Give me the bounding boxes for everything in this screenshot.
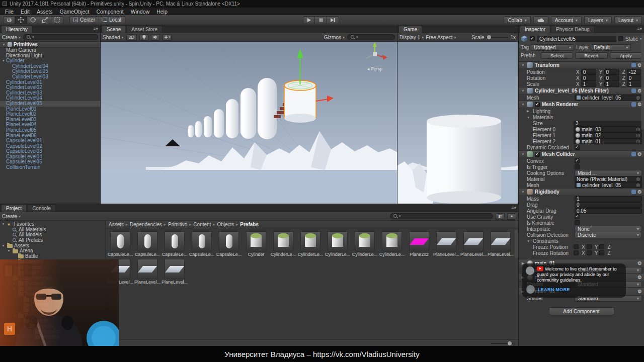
- asset-item[interactable]: CapsuleLe...: [215, 230, 243, 258]
- hierarchy-item[interactable]: Main Camera: [0, 48, 100, 53]
- play-button[interactable]: [303, 16, 315, 24]
- foldout-icon[interactable]: ▼: [1, 243, 6, 249]
- foldout-open-icon[interactable]: ▼: [2, 43, 6, 46]
- material-object-field[interactable]: main_02: [574, 132, 642, 138]
- is-kinematic-checkbox[interactable]: [575, 220, 580, 225]
- menu-component[interactable]: Component: [93, 9, 127, 15]
- project-tree-item[interactable]: ▼Assets: [0, 243, 105, 249]
- docs-icon[interactable]: [631, 102, 636, 107]
- asset-item[interactable]: CapsuleLe...: [188, 230, 215, 258]
- tag-dropdown[interactable]: Untagged: [531, 44, 574, 51]
- account-dropdown[interactable]: Account▾: [551, 16, 582, 24]
- materials-foldout[interactable]: ▼ Materials: [519, 114, 644, 120]
- hierarchy-item[interactable]: PlaneLevel05: [0, 128, 100, 133]
- asset-item[interactable]: CylinderLe...: [297, 230, 324, 258]
- search-by-type-button[interactable]: ◧: [496, 213, 505, 220]
- docs-icon[interactable]: [631, 152, 636, 156]
- freeze-rotation-z-checkbox[interactable]: [599, 250, 604, 255]
- project-tree-item[interactable]: All Prefabs: [0, 238, 105, 243]
- hierarchy-item[interactable]: CylinderLevel05: [0, 101, 100, 107]
- physic-material-field[interactable]: None (Physic Material): [575, 176, 642, 182]
- freeze-position-y-checkbox[interactable]: [587, 244, 592, 249]
- tab-game[interactable]: Game: [398, 25, 422, 33]
- tab-asset-store[interactable]: Asset Store: [126, 25, 163, 33]
- asset-item[interactable]: CapsuleLe...: [161, 230, 188, 258]
- breadcrumb-item[interactable]: Objects: [217, 222, 234, 227]
- inspector-scrollbar[interactable]: [641, 34, 644, 130]
- docs-icon[interactable]: [631, 88, 636, 93]
- gizmos-dropdown[interactable]: Gizmos▾: [324, 35, 345, 40]
- asset-item[interactable]: CylinderLe...: [351, 230, 378, 258]
- gear-icon[interactable]: ⚙: [637, 261, 642, 266]
- tab-scene[interactable]: Scene: [102, 25, 126, 33]
- material-object-field[interactable]: main_03: [574, 126, 642, 132]
- mesh-object-field[interactable]: cylinder_level_05: [575, 95, 642, 101]
- pause-button[interactable]: [315, 16, 327, 24]
- layout-dropdown[interactable]: Layout▾: [614, 16, 642, 24]
- move-tool-button[interactable]: [15, 16, 27, 24]
- panel-menu-icon[interactable]: ≡▾: [511, 205, 516, 210]
- search-by-label-button[interactable]: ✦: [507, 213, 516, 220]
- project-tree-item[interactable]: All Models: [0, 232, 105, 238]
- component-enabled-checkbox[interactable]: [535, 102, 540, 107]
- foldout-icon[interactable]: ▼: [7, 248, 11, 254]
- gear-icon[interactable]: ⚙: [637, 190, 642, 195]
- menu-gameobject[interactable]: GameObject: [56, 9, 93, 15]
- scene-audio-toggle[interactable]: [151, 34, 160, 41]
- scene-search-input[interactable]: ▾: [347, 34, 395, 40]
- hierarchy-search-input[interactable]: ▾: [23, 34, 98, 40]
- freeze-position-z-checkbox[interactable]: [599, 244, 604, 249]
- freeze-position-x-checkbox[interactable]: [574, 244, 579, 249]
- collider-mesh-field[interactable]: cylinder_level_05: [575, 182, 642, 188]
- panel-menu-icon[interactable]: ≡▾: [93, 26, 98, 31]
- hierarchy-item[interactable]: CollisionTerrain: [0, 165, 100, 170]
- prefab-apply-button[interactable]: Apply: [610, 52, 642, 59]
- scene-effects-dropdown[interactable]: ▾: [163, 34, 172, 41]
- position-x-field[interactable]: 0: [581, 69, 596, 75]
- convex-checkbox[interactable]: [575, 158, 580, 163]
- asset-item[interactable]: CapsuleLe...: [107, 230, 134, 258]
- interpolate-dropdown[interactable]: None: [575, 226, 642, 232]
- menu-edit[interactable]: Edit: [17, 9, 33, 15]
- mesh-collider-header[interactable]: ▼ Mesh Collider ⚙: [519, 150, 644, 158]
- foldout-open-icon[interactable]: ▼: [527, 239, 531, 243]
- project-search-input[interactable]: ▾: [390, 213, 493, 219]
- tab-project[interactable]: Project: [1, 204, 27, 212]
- position-y-field[interactable]: 0: [604, 69, 619, 75]
- scale-y-field[interactable]: 1: [604, 81, 619, 87]
- menu-help[interactable]: Help: [153, 9, 171, 15]
- prefab-revert-button[interactable]: Revert: [575, 52, 607, 59]
- foldout-icon[interactable]: ▼: [1, 222, 6, 227]
- 2d-toggle[interactable]: 2D: [126, 34, 137, 41]
- tab-hierarchy[interactable]: Hierarchy: [1, 25, 33, 33]
- asset-item[interactable]: CylinderLe...: [324, 230, 351, 258]
- foldout-open-icon[interactable]: ▼: [521, 103, 525, 106]
- drag-field[interactable]: 0: [575, 202, 642, 208]
- asset-item[interactable]: PlaneLevel...: [161, 258, 188, 286]
- project-tree-item[interactable]: All Materials: [0, 227, 105, 233]
- mesh-filter-header[interactable]: ▼ Cylinder_level_05 (Mesh Filter) ⚙: [519, 87, 644, 95]
- cooking-options-dropdown[interactable]: Mixed ...: [575, 170, 642, 176]
- docs-icon[interactable]: [631, 190, 636, 194]
- draw-mode-dropdown[interactable]: Shaded▾: [103, 35, 124, 40]
- add-component-button[interactable]: Add Component: [549, 307, 614, 315]
- materials-size-field[interactable]: 3: [574, 121, 642, 126]
- collision-detection-dropdown[interactable]: Discrete: [575, 232, 642, 238]
- collab-dropdown[interactable]: Collab▾: [504, 16, 530, 24]
- layer-dropdown[interactable]: Default: [591, 44, 631, 51]
- rect-tool-button[interactable]: [51, 16, 63, 24]
- rotation-y-field[interactable]: 0: [604, 75, 619, 81]
- scale-tool-button[interactable]: [39, 16, 51, 24]
- asset-item[interactable]: PlaneLevel...: [487, 230, 514, 258]
- transform-header[interactable]: ▼ Transform ⚙: [519, 61, 644, 69]
- create-dropdown[interactable]: Create▾: [2, 35, 21, 40]
- rotation-x-field[interactable]: 0: [581, 75, 596, 81]
- prefab-select-button[interactable]: Select: [541, 52, 573, 59]
- asset-item[interactable]: CylinderLe...: [270, 230, 297, 258]
- menu-file[interactable]: File: [2, 9, 17, 15]
- tab-inspector[interactable]: Inspector: [520, 25, 550, 33]
- scene-lighting-toggle[interactable]: [139, 34, 148, 41]
- foldout-open-icon[interactable]: ▼: [521, 152, 525, 156]
- slider-knob[interactable]: [508, 341, 512, 345]
- learn-more-link[interactable]: LEARN MORE: [538, 287, 570, 292]
